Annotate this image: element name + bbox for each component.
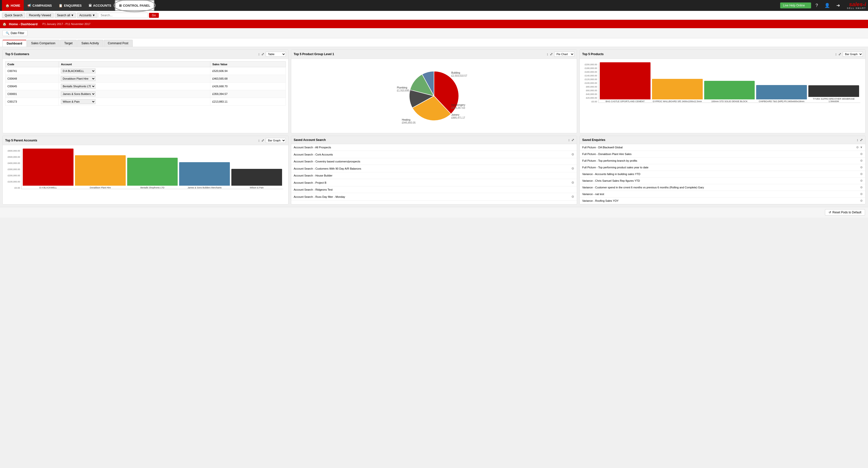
saved-account-label: Account Search - Project B — [294, 181, 327, 184]
saved-account-item[interactable]: Account Search - Project B ⚙ — [291, 179, 577, 187]
enquiry-settings-icon[interactable]: ⚙ — [860, 172, 863, 176]
tab-dashboard[interactable]: Dashboard — [2, 40, 27, 47]
tab-command-post[interactable]: Command Post — [104, 40, 133, 47]
enquiry-settings-icon[interactable]: ⚙ — [860, 192, 863, 196]
expand-icon[interactable]: ⤢ — [261, 138, 264, 142]
logout-icon[interactable]: ➜ — [834, 2, 842, 9]
pie-value-ironmongery: £809,267.63 — [451, 106, 465, 109]
saved-account-item[interactable]: Account Search - All Prospects — [291, 144, 577, 151]
expand-icon[interactable]: ⤢ — [571, 138, 574, 142]
nav-enquiries[interactable]: 📋 ENQUIRIES — [55, 0, 85, 11]
customers-chart-type-select[interactable]: Table Bar Graph Pie Chart — [266, 52, 286, 57]
reset-pods-button[interactable]: ↺ Reset Pods to Default — [825, 209, 865, 215]
parent-accounts-chart-type-select[interactable]: Bar Graph Pie Chart Table — [266, 138, 286, 143]
pin-icon[interactable]: ↕ — [258, 52, 260, 56]
user-icon[interactable]: 👤 — [823, 2, 832, 9]
recently-viewed-button[interactable]: Recently Viewed — [26, 12, 54, 18]
tab-sales-comparison[interactable]: Sales Comparison — [27, 40, 60, 47]
product-group-chart-type-select[interactable]: Pie Chart Bar Graph Table — [554, 52, 574, 57]
live-help-status-dot — [806, 4, 808, 6]
dashboard-content: Top 5 Customers ↕ ⤢ Table Bar Graph Pie … — [0, 47, 868, 207]
enquiry-settings-icon[interactable]: ⚙ — [860, 159, 863, 162]
saved-account-settings-icon[interactable]: ⚙ — [571, 181, 574, 185]
quick-search-button[interactable]: Quick Search — [2, 12, 25, 18]
enquiry-settings-icon[interactable]: ⚙ — [856, 145, 859, 149]
bar-wrapper: Donaldson Plant Hire — [75, 155, 126, 189]
enquiry-settings-icon[interactable]: ⚙ — [860, 166, 863, 169]
saved-enquiry-label: Variance - Accounts falling in building … — [582, 173, 640, 175]
tab-sales-activity[interactable]: Sales Activity — [77, 40, 103, 47]
expand-icon[interactable]: ⤢ — [860, 138, 863, 142]
enquiry-scroll-icon[interactable]: ▼ — [860, 145, 863, 149]
enquiry-settings-icon[interactable]: ⚙ — [860, 199, 863, 202]
saved-enquiry-item[interactable]: Variance - Roofing Sales YOY ⚙ — [580, 198, 865, 204]
saved-enquiry-item[interactable]: Variance - Accounts falling in building … — [580, 171, 865, 177]
products-y-axis: £200,000.00£180,000.00£160,000.00£140,00… — [585, 63, 598, 103]
nav-campaigns[interactable]: 📢 CAMPAIGNS — [24, 0, 55, 11]
pie-chart-svg: Building £2,503,010.57 Plumbing £1,910,6… — [395, 64, 473, 128]
expand-icon[interactable]: ⤢ — [261, 52, 264, 56]
pin-icon[interactable]: ↕ — [835, 52, 837, 56]
search-go-button[interactable]: Go — [149, 13, 159, 18]
date-filter-button[interactable]: 🔍 Date Filter — [2, 30, 28, 36]
table-row: C00645 Bentalls Shopfronts LTD £426,668.… — [5, 82, 286, 90]
saved-account-settings-icon[interactable]: ⚙ — [571, 167, 574, 170]
saved-account-item[interactable]: Account Search - Customers With 90 Day A… — [291, 165, 577, 172]
bar — [756, 85, 807, 99]
accounts-dropdown[interactable]: Accounts ▼ — [77, 12, 97, 18]
account-select[interactable]: Bentalls Shopfronts LTD — [61, 84, 95, 89]
pin-icon[interactable]: ↕ — [258, 138, 260, 142]
search-input[interactable] — [98, 12, 148, 18]
nav-control-panel[interactable]: ⊞ CONTROL PANEL — [115, 0, 155, 11]
saved-enquiry-item[interactable]: Variance - Chris Samuel Sales Rep figure… — [580, 177, 865, 184]
enquiry-settings-icon[interactable]: ⚙ — [860, 152, 863, 156]
cell-value: £520,606.94 — [210, 67, 286, 75]
products-chart-type-select[interactable]: Bar Graph Pie Chart Table — [843, 52, 863, 57]
search-all-dropdown[interactable]: Search all ▼ — [55, 12, 76, 18]
live-help-button[interactable]: Live Help Online — [780, 2, 811, 8]
saved-account-settings-icon[interactable]: ⚙ — [571, 195, 574, 199]
pin-icon[interactable]: ↕ — [547, 52, 548, 56]
saved-account-item[interactable]: Account Search - Ridgeons Test — [291, 187, 577, 193]
saved-enquiry-item[interactable]: Full Picture - DA Blackwell Global ⚙ ▼ — [580, 144, 865, 151]
pie-label-plumbing: Plumbing — [397, 86, 407, 89]
tabs-bar: Dashboard Sales Comparison Target Sales … — [0, 38, 868, 47]
pod-top5-parent-accounts-title: Top 5 Parent Accounts — [5, 139, 37, 142]
saved-account-item[interactable]: Account Search - Cork Accounts ⚙ — [291, 151, 577, 158]
account-select[interactable]: Donaldson Plant Hire — [61, 76, 95, 81]
y-axis-label: £60,000.00 — [585, 89, 597, 92]
pie-value-plumbing: £1,910,695.51 — [397, 89, 413, 92]
saved-account-item[interactable]: Account Search - House Builder — [291, 172, 577, 179]
nav-home-label: HOME — [11, 4, 20, 7]
saved-account-item[interactable]: Account Search - Russ Day filter - Monda… — [291, 193, 577, 201]
pin-icon[interactable]: ↕ — [568, 138, 570, 142]
bar-wrapper: James & Sons Builders Merchants — [179, 162, 230, 189]
enquiry-settings-icon[interactable]: ⚙ — [860, 186, 863, 189]
saved-account-settings-icon[interactable]: ⚙ — [571, 153, 574, 156]
saved-enquiry-label: Variance - Roofing Sales YOY — [582, 199, 619, 202]
nav-accounts[interactable]: 🏛 ACCOUNTS — [85, 0, 115, 11]
saved-account-item[interactable]: Account Search - Coventry based customer… — [291, 158, 577, 165]
expand-icon[interactable]: ⤢ — [838, 52, 841, 56]
account-select[interactable]: D A BLACKWELL — [61, 68, 95, 73]
tab-target[interactable]: Target — [60, 40, 77, 47]
cell-code: C00741 — [5, 67, 59, 75]
cell-value: £463,565.68 — [210, 75, 286, 82]
col-code: Code — [5, 62, 59, 67]
enquiry-icons: ⚙ — [860, 179, 863, 182]
account-select[interactable]: Wilson & Pain — [61, 99, 95, 104]
help-icon[interactable]: ? — [813, 2, 820, 9]
saved-enquiry-label: Full Picture - Top performing branch by … — [582, 159, 637, 162]
cell-value: £359,394.57 — [210, 90, 286, 98]
expand-icon[interactable]: ⤢ — [550, 52, 553, 56]
nav-home[interactable]: 🏠 HOME — [2, 0, 24, 11]
saved-enquiry-item[interactable]: Full Picture - Top performing branch by … — [580, 158, 865, 164]
saved-enquiry-item[interactable]: Full Picture - Top performing product sa… — [580, 164, 865, 171]
saved-enquiry-item[interactable]: Full Picture - Donaldson Plant Hire Sale… — [580, 151, 865, 158]
account-select[interactable]: James & Sons Builders... — [61, 92, 95, 96]
live-help-label: Live Help Online — [783, 4, 805, 7]
enquiry-settings-icon[interactable]: ⚙ — [860, 179, 863, 182]
saved-enquiry-item[interactable]: Variance - Customer spend in the crrent … — [580, 184, 865, 191]
saved-enquiry-item[interactable]: Variance - nat test ⚙ — [580, 191, 865, 198]
pin-icon[interactable]: ↕ — [857, 138, 858, 142]
